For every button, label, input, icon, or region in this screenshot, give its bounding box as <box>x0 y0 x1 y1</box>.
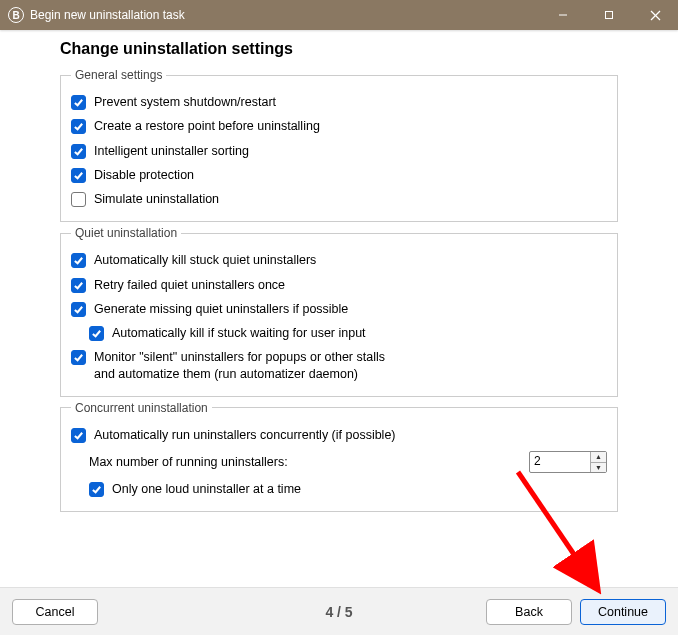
title-bar: B Begin new uninstallation task <box>0 0 678 30</box>
maximize-button[interactable] <box>586 0 632 30</box>
window-controls <box>540 0 678 30</box>
general-settings-group: General settings Prevent system shutdown… <box>60 68 618 222</box>
label-generate-missing: Generate missing quiet uninstallers if p… <box>94 301 348 317</box>
page-title: Change uninstallation settings <box>60 40 618 58</box>
quiet-uninstallation-group: Quiet uninstallation Automatically kill … <box>60 226 618 397</box>
cancel-button[interactable]: Cancel <box>12 599 98 625</box>
quiet-uninstallation-legend: Quiet uninstallation <box>71 226 181 240</box>
label-auto-kill-waiting: Automatically kill if stuck waiting for … <box>112 325 366 341</box>
label-intelligent-sort: Intelligent uninstaller sorting <box>94 143 249 159</box>
label-run-concurrent: Automatically run uninstallers concurren… <box>94 427 396 443</box>
checkbox-monitor-silent[interactable] <box>71 350 86 365</box>
label-only-one-loud: Only one loud uninstaller at a time <box>112 481 301 497</box>
opt-auto-kill-waiting[interactable]: Automatically kill if stuck waiting for … <box>71 321 607 345</box>
checkbox-disable-protection[interactable] <box>71 168 86 183</box>
label-disable-protection: Disable protection <box>94 167 194 183</box>
close-button[interactable] <box>632 0 678 30</box>
back-button[interactable]: Back <box>486 599 572 625</box>
checkbox-auto-kill-waiting[interactable] <box>89 326 104 341</box>
opt-disable-protection[interactable]: Disable protection <box>71 163 607 187</box>
footer: Cancel 4 / 5 Back Continue <box>0 587 678 635</box>
label-kill-stuck: Automatically kill stuck quiet uninstall… <box>94 252 316 268</box>
checkbox-only-one-loud[interactable] <box>89 482 104 497</box>
label-simulate: Simulate uninstallation <box>94 191 219 207</box>
window-title: Begin new uninstallation task <box>30 8 185 22</box>
checkbox-prevent-shutdown[interactable] <box>71 95 86 110</box>
checkbox-restore-point[interactable] <box>71 119 86 134</box>
checkbox-retry-failed[interactable] <box>71 278 86 293</box>
general-settings-legend: General settings <box>71 68 166 82</box>
checkbox-generate-missing[interactable] <box>71 302 86 317</box>
svg-rect-1 <box>606 12 613 19</box>
spin-down-icon[interactable]: ▼ <box>591 463 606 473</box>
opt-simulate[interactable]: Simulate uninstallation <box>71 187 607 211</box>
opt-only-one-loud[interactable]: Only one loud uninstaller at a time <box>71 477 607 501</box>
content-area: Change uninstallation settings General s… <box>0 30 678 512</box>
opt-prevent-shutdown[interactable]: Prevent system shutdown/restart <box>71 90 607 114</box>
checkbox-kill-stuck[interactable] <box>71 253 86 268</box>
label-prevent-shutdown: Prevent system shutdown/restart <box>94 94 276 110</box>
minimize-button[interactable] <box>540 0 586 30</box>
app-icon: B <box>8 7 24 23</box>
label-max-running: Max number of running uninstallers: <box>89 454 529 470</box>
max-running-stepper[interactable]: 2 ▲ ▼ <box>529 451 607 473</box>
opt-generate-missing[interactable]: Generate missing quiet uninstallers if p… <box>71 297 607 321</box>
label-restore-point: Create a restore point before uninstalli… <box>94 118 320 134</box>
max-running-value[interactable]: 2 <box>530 452 590 472</box>
opt-run-concurrent[interactable]: Automatically run uninstallers concurren… <box>71 423 607 447</box>
continue-button[interactable]: Continue <box>580 599 666 625</box>
checkbox-simulate[interactable] <box>71 192 86 207</box>
opt-retry-failed[interactable]: Retry failed quiet uninstallers once <box>71 273 607 297</box>
opt-kill-stuck[interactable]: Automatically kill stuck quiet uninstall… <box>71 248 607 272</box>
concurrent-uninstallation-legend: Concurrent uninstallation <box>71 401 212 415</box>
checkbox-intelligent-sort[interactable] <box>71 144 86 159</box>
opt-restore-point[interactable]: Create a restore point before uninstalli… <box>71 114 607 138</box>
concurrent-uninstallation-group: Concurrent uninstallation Automatically … <box>60 401 618 513</box>
row-max-running: Max number of running uninstallers: 2 ▲ … <box>71 447 607 477</box>
opt-intelligent-sort[interactable]: Intelligent uninstaller sorting <box>71 139 607 163</box>
spin-up-icon[interactable]: ▲ <box>591 452 606 463</box>
checkbox-run-concurrent[interactable] <box>71 428 86 443</box>
max-running-spin: ▲ ▼ <box>590 452 606 472</box>
label-retry-failed: Retry failed quiet uninstallers once <box>94 277 285 293</box>
label-monitor-silent: Monitor "silent" uninstallers for popups… <box>94 349 394 382</box>
opt-monitor-silent[interactable]: Monitor "silent" uninstallers for popups… <box>71 345 607 386</box>
